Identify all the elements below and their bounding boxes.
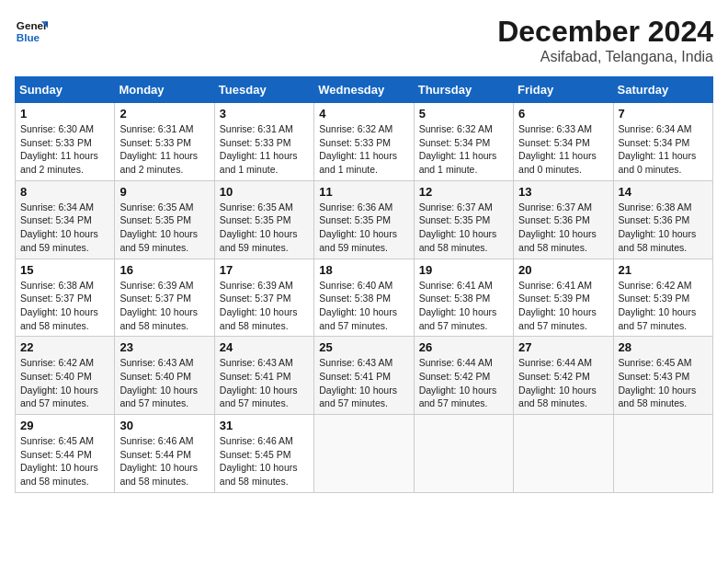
day-info: Sunrise: 6:35 AM Sunset: 5:35 PM Dayligh… [220,201,309,255]
day-info: Sunrise: 6:43 AM Sunset: 5:41 PM Dayligh… [220,356,309,410]
day-info: Sunrise: 6:31 AM Sunset: 5:33 PM Dayligh… [119,122,209,177]
calendar-cell: 30Sunrise: 6:46 AM Sunset: 5:44 PM Dayli… [115,415,214,493]
calendar-cell: 16Sunrise: 6:39 AM Sunset: 5:37 PM Dayli… [115,259,214,337]
day-info: Sunrise: 6:34 AM Sunset: 5:34 PM Dayligh… [619,122,708,177]
day-number: 6 [518,107,608,121]
calendar-cell: 25Sunrise: 6:43 AM Sunset: 5:41 PM Dayli… [314,337,414,415]
calendar-cell [514,415,613,493]
day-number: 11 [319,185,408,199]
day-number: 25 [319,340,408,354]
day-info: Sunrise: 6:45 AM Sunset: 5:44 PM Dayligh… [20,434,109,488]
calendar-cell: 6Sunrise: 6:33 AM Sunset: 5:34 PM Daylig… [514,103,613,181]
day-info: Sunrise: 6:34 AM Sunset: 5:34 PM Dayligh… [20,201,109,255]
day-number: 18 [319,263,408,277]
calendar-cell [613,415,712,493]
calendar-cell: 9Sunrise: 6:35 AM Sunset: 5:35 PM Daylig… [115,180,214,259]
calendar-cell: 22Sunrise: 6:42 AM Sunset: 5:40 PM Dayli… [16,337,115,415]
day-info: Sunrise: 6:44 AM Sunset: 5:42 PM Dayligh… [518,356,608,410]
day-info: Sunrise: 6:38 AM Sunset: 5:37 PM Dayligh… [20,279,109,333]
day-number: 21 [619,263,708,277]
day-info: Sunrise: 6:33 AM Sunset: 5:34 PM Dayligh… [518,122,608,177]
calendar-week-row: 29Sunrise: 6:45 AM Sunset: 5:44 PM Dayli… [16,415,713,493]
day-info: Sunrise: 6:30 AM Sunset: 5:33 PM Dayligh… [20,122,109,177]
calendar-cell [414,415,513,493]
calendar-week-row: 15Sunrise: 6:38 AM Sunset: 5:37 PM Dayli… [16,259,713,337]
svg-text:Blue: Blue [17,31,40,43]
day-number: 15 [20,263,109,277]
calendar-cell: 14Sunrise: 6:38 AM Sunset: 5:36 PM Dayli… [613,180,712,259]
calendar-cell: 20Sunrise: 6:41 AM Sunset: 5:39 PM Dayli… [514,259,613,337]
day-info: Sunrise: 6:37 AM Sunset: 5:36 PM Dayligh… [518,201,608,255]
calendar-cell: 8Sunrise: 6:34 AM Sunset: 5:34 PM Daylig… [16,180,115,259]
day-number: 17 [220,263,309,277]
calendar-cell: 24Sunrise: 6:43 AM Sunset: 5:41 PM Dayli… [214,337,313,415]
calendar-cell: 29Sunrise: 6:45 AM Sunset: 5:44 PM Dayli… [16,415,115,493]
calendar-cell: 27Sunrise: 6:44 AM Sunset: 5:42 PM Dayli… [514,337,613,415]
calendar-cell: 21Sunrise: 6:42 AM Sunset: 5:39 PM Dayli… [613,259,712,337]
location-title: Asifabad, Telangana, India [497,49,713,65]
weekday-header: Sunday [16,77,115,103]
day-number: 7 [619,107,708,121]
calendar-cell: 1Sunrise: 6:30 AM Sunset: 5:33 PM Daylig… [16,103,115,181]
day-info: Sunrise: 6:35 AM Sunset: 5:35 PM Dayligh… [119,201,209,255]
day-number: 10 [220,185,309,199]
day-info: Sunrise: 6:41 AM Sunset: 5:39 PM Dayligh… [518,279,608,333]
day-info: Sunrise: 6:40 AM Sunset: 5:38 PM Dayligh… [319,279,408,333]
day-info: Sunrise: 6:39 AM Sunset: 5:37 PM Dayligh… [119,279,209,333]
logo-icon: General Blue [15,15,48,48]
calendar-cell [314,415,414,493]
day-number: 27 [518,340,608,354]
day-info: Sunrise: 6:32 AM Sunset: 5:33 PM Dayligh… [319,122,408,177]
day-number: 2 [119,107,209,121]
calendar-cell: 2Sunrise: 6:31 AM Sunset: 5:33 PM Daylig… [115,103,214,181]
day-info: Sunrise: 6:42 AM Sunset: 5:39 PM Dayligh… [619,279,708,333]
calendar-cell: 28Sunrise: 6:45 AM Sunset: 5:43 PM Dayli… [613,337,712,415]
day-info: Sunrise: 6:44 AM Sunset: 5:42 PM Dayligh… [419,356,508,410]
day-number: 22 [20,340,109,354]
day-info: Sunrise: 6:43 AM Sunset: 5:40 PM Dayligh… [119,356,209,410]
day-info: Sunrise: 6:31 AM Sunset: 5:33 PM Dayligh… [220,122,309,177]
calendar-cell: 4Sunrise: 6:32 AM Sunset: 5:33 PM Daylig… [314,103,414,181]
day-info: Sunrise: 6:37 AM Sunset: 5:35 PM Dayligh… [419,201,508,255]
calendar-week-row: 1Sunrise: 6:30 AM Sunset: 5:33 PM Daylig… [16,103,713,181]
day-number: 1 [20,107,109,121]
day-number: 9 [119,185,209,199]
weekday-header: Wednesday [314,77,414,103]
day-number: 3 [220,107,309,121]
day-info: Sunrise: 6:39 AM Sunset: 5:37 PM Dayligh… [220,279,309,333]
calendar-cell: 31Sunrise: 6:46 AM Sunset: 5:45 PM Dayli… [214,415,313,493]
calendar-table: SundayMondayTuesdayWednesdayThursdayFrid… [15,76,713,493]
calendar-header-row: SundayMondayTuesdayWednesdayThursdayFrid… [16,77,713,103]
calendar-cell: 17Sunrise: 6:39 AM Sunset: 5:37 PM Dayli… [214,259,313,337]
day-number: 12 [419,185,508,199]
day-number: 28 [619,340,708,354]
calendar-cell: 15Sunrise: 6:38 AM Sunset: 5:37 PM Dayli… [16,259,115,337]
day-number: 26 [419,340,508,354]
calendar-cell: 19Sunrise: 6:41 AM Sunset: 5:38 PM Dayli… [414,259,513,337]
day-number: 16 [119,263,209,277]
svg-text:General: General [17,19,48,31]
day-info: Sunrise: 6:43 AM Sunset: 5:41 PM Dayligh… [319,356,408,410]
day-number: 8 [20,185,109,199]
calendar-cell: 3Sunrise: 6:31 AM Sunset: 5:33 PM Daylig… [214,103,313,181]
day-number: 30 [119,419,209,432]
calendar-cell: 23Sunrise: 6:43 AM Sunset: 5:40 PM Dayli… [115,337,214,415]
day-number: 23 [119,340,209,354]
day-number: 14 [619,185,708,199]
day-info: Sunrise: 6:45 AM Sunset: 5:43 PM Dayligh… [619,356,708,410]
weekday-header: Thursday [414,77,513,103]
calendar-cell: 10Sunrise: 6:35 AM Sunset: 5:35 PM Dayli… [214,180,313,259]
day-number: 4 [319,107,408,121]
calendar-cell: 7Sunrise: 6:34 AM Sunset: 5:34 PM Daylig… [613,103,712,181]
logo: General Blue [15,15,48,48]
day-number: 29 [20,419,109,432]
day-number: 31 [220,419,309,432]
month-title: December 2024 [497,15,713,49]
day-info: Sunrise: 6:46 AM Sunset: 5:44 PM Dayligh… [119,434,209,488]
page-header: General Blue December 2024 Asifabad, Tel… [15,15,713,65]
weekday-header: Saturday [613,77,712,103]
day-info: Sunrise: 6:38 AM Sunset: 5:36 PM Dayligh… [619,201,708,255]
weekday-header: Tuesday [214,77,313,103]
weekday-header: Friday [514,77,613,103]
calendar-cell: 13Sunrise: 6:37 AM Sunset: 5:36 PM Dayli… [514,180,613,259]
